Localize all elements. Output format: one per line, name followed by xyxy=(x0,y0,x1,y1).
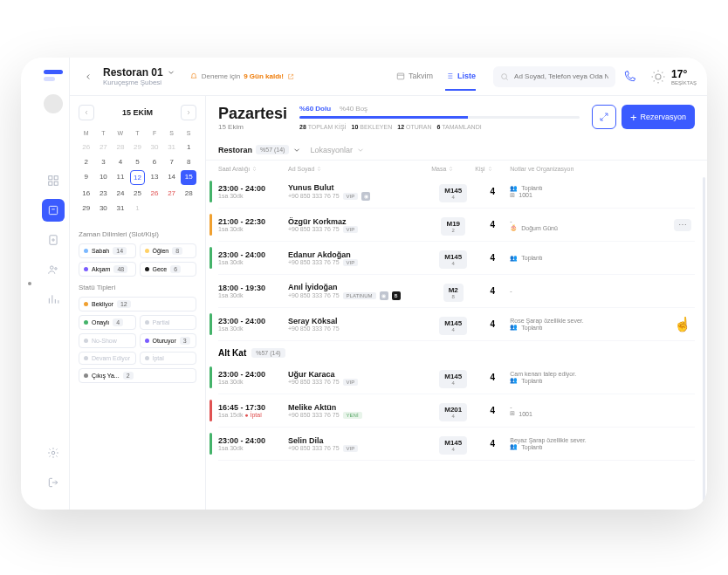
cal-day[interactable]: 30 xyxy=(147,140,162,154)
cal-day[interactable]: 7 xyxy=(164,155,180,168)
slot-chip[interactable]: Sabah14 xyxy=(79,243,136,258)
reservation-list: 23:00 - 24:001sa 30dk Yunus Bulut+90 850… xyxy=(206,175,707,510)
calendar-icon xyxy=(396,72,405,80)
row-notes: 👥Toplantı⊞1001 xyxy=(510,185,674,199)
cal-day[interactable]: 31 xyxy=(164,140,180,154)
search-box[interactable] xyxy=(493,66,615,87)
status-chip[interactable]: No-Show xyxy=(79,333,136,348)
nav-rail xyxy=(37,58,70,510)
cal-day[interactable]: 11 xyxy=(113,170,128,185)
status-chip[interactable]: Devam Ediyor xyxy=(79,352,136,365)
user-avatar[interactable] xyxy=(44,94,63,113)
calendar-next[interactable] xyxy=(181,105,196,120)
people-icon: 👥 xyxy=(510,185,518,192)
nav-logout[interactable] xyxy=(42,471,65,494)
cal-day[interactable]: 28 xyxy=(181,187,196,200)
reservation-row[interactable]: 23:00 - 24:001sa 30dk Edanur Akdoğan+90 … xyxy=(218,242,695,275)
cal-day[interactable]: 16 xyxy=(79,187,94,200)
slot-chip[interactable]: Akşam48 xyxy=(79,262,136,277)
cal-day[interactable]: 29 xyxy=(79,202,94,215)
phone-icon[interactable] xyxy=(622,70,636,84)
col-time[interactable]: Saat Aralığı xyxy=(218,166,288,172)
status-chip[interactable]: Bekliyor12 xyxy=(79,297,196,311)
expand-button[interactable] xyxy=(592,105,616,129)
reservation-row[interactable]: 23:00 - 24:001sa 30dk Yunus Bulut+90 850… xyxy=(218,175,695,209)
cal-day[interactable]: 1 xyxy=(181,140,196,154)
col-ppl[interactable]: Kişi xyxy=(475,166,510,172)
cal-day[interactable]: 28 xyxy=(113,140,128,154)
sub-section-header[interactable]: Alt Kat%57 (14) xyxy=(218,341,695,361)
nav-customers[interactable] xyxy=(42,258,65,281)
nav-dashboard[interactable] xyxy=(42,169,65,192)
reservation-row[interactable]: 23:00 - 24:001sa 30dk Selin Dila+90 850 … xyxy=(218,428,695,461)
cal-day[interactable]: 12 xyxy=(130,170,146,185)
new-reservation-button[interactable]: +Rezervasyon xyxy=(622,105,695,129)
col-table[interactable]: Masa xyxy=(431,166,475,172)
cal-day[interactable]: 31 xyxy=(113,202,128,215)
cal-day[interactable]: 9 xyxy=(79,170,94,185)
cal-day[interactable] xyxy=(181,202,196,215)
restaurant-name[interactable]: Restoran 01 xyxy=(103,66,163,79)
view-calendar[interactable]: Takvim xyxy=(396,72,433,91)
cal-day[interactable]: 6 xyxy=(147,155,162,168)
cal-day[interactable]: 24 xyxy=(113,187,128,200)
reservation-row[interactable]: 16:45 - 17:301sa 15dk ● İptal Melike Akt… xyxy=(218,394,695,428)
nav-reports[interactable] xyxy=(42,229,65,251)
cal-day[interactable] xyxy=(79,216,94,222)
search-input[interactable] xyxy=(514,72,608,80)
chevron-down-icon xyxy=(356,146,365,154)
table-pill: M1454 xyxy=(439,250,467,269)
nav-reservations[interactable] xyxy=(42,199,65,222)
row-people: 4 xyxy=(475,439,510,448)
cal-day[interactable]: 5 xyxy=(130,155,146,168)
row-name: Yunus Bulut xyxy=(288,183,431,192)
cal-day[interactable] xyxy=(164,202,180,215)
cal-day[interactable]: 27 xyxy=(96,140,112,154)
view-list[interactable]: Liste xyxy=(445,72,476,91)
cal-day[interactable]: 2 xyxy=(79,155,94,168)
cal-day[interactable]: 27 xyxy=(164,187,180,200)
tab-restaurant[interactable]: Restoran%57 (14) xyxy=(218,140,301,160)
back-button[interactable] xyxy=(80,69,96,85)
calendar-prev[interactable] xyxy=(79,105,94,120)
nav-analytics[interactable] xyxy=(42,288,65,311)
status-chip[interactable]: İptal xyxy=(140,352,197,365)
svg-point-12 xyxy=(656,74,661,79)
tab-locations[interactable]: Lokasyonlar xyxy=(310,140,365,160)
svg-rect-3 xyxy=(54,181,58,185)
cal-day[interactable]: 3 xyxy=(96,155,112,168)
camera-icon: ◉ xyxy=(361,192,370,201)
cal-day[interactable] xyxy=(147,202,162,215)
cal-day[interactable]: 10 xyxy=(96,170,112,185)
slot-chip[interactable]: Gece6 xyxy=(140,262,197,277)
cal-day[interactable]: 8 xyxy=(181,155,196,168)
chevron-down-icon xyxy=(167,68,175,77)
trial-banner[interactable]: Deneme için 9 Gün kaldı! xyxy=(189,72,294,81)
nav-settings[interactable] xyxy=(42,442,65,464)
cal-day[interactable]: 4 xyxy=(113,155,128,168)
status-chip[interactable]: Onaylı4 xyxy=(79,315,136,330)
status-chip[interactable]: Oturuyor3 xyxy=(140,333,197,348)
slot-chip[interactable]: Öğlen8 xyxy=(140,243,197,258)
cal-day[interactable]: 13 xyxy=(147,170,162,185)
cal-day[interactable]: 1 xyxy=(130,202,146,215)
cal-day[interactable]: 25 xyxy=(130,187,146,200)
status-chip[interactable]: Partial xyxy=(140,315,197,330)
cal-day[interactable]: 23 xyxy=(96,187,112,200)
reservation-row[interactable]: 23:00 - 24:001sa 30dk Uğur Karaca+90 850… xyxy=(218,361,695,394)
col-name[interactable]: Ad Soyad xyxy=(288,166,431,172)
reservation-row[interactable]: 23:00 - 24:001sa 30dk Seray Köksal+90 85… xyxy=(218,308,695,341)
status-chip[interactable]: Çıkış Ya...2 xyxy=(79,368,196,383)
row-duration: 1sa 15dk ● İptal xyxy=(218,412,288,418)
cal-day[interactable]: 29 xyxy=(130,140,146,154)
cal-day[interactable]: 15 xyxy=(181,170,196,185)
reservation-row[interactable]: 21:00 - 22:301sa 30dk Özgür Korkmaz+90 8… xyxy=(218,209,695,242)
cal-day[interactable]: 26 xyxy=(147,187,162,200)
cal-day[interactable]: 26 xyxy=(79,140,94,154)
more-button[interactable]: ⋯ xyxy=(674,219,691,231)
cal-day[interactable]: 14 xyxy=(164,170,180,185)
reservation-row[interactable]: 18:00 - 19:301sa 30dk Anıl İyidoğan+90 8… xyxy=(218,275,695,308)
cal-day[interactable]: 30 xyxy=(96,202,112,215)
people-icon: 👥 xyxy=(510,377,518,384)
total-stat: 6 TAMAMLANDI xyxy=(437,124,482,130)
